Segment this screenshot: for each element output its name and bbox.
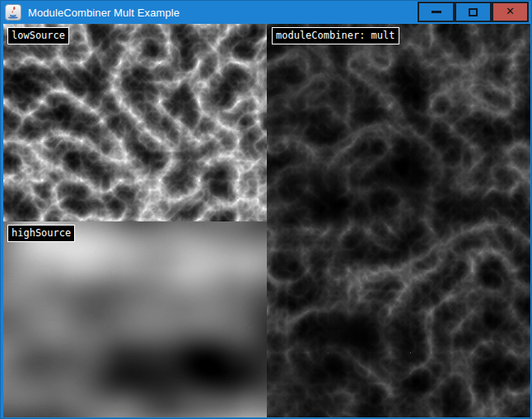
close-icon: ✕ <box>506 6 515 16</box>
lowsource-noise-image <box>3 24 267 221</box>
panel-lowsource: lowSource <box>3 24 267 221</box>
titlebar[interactable]: ModuleCombiner Mult Example ✕ <box>1 1 531 24</box>
mult-noise-image <box>267 24 530 417</box>
highsource-noise-image <box>3 221 267 417</box>
close-button[interactable]: ✕ <box>492 2 529 22</box>
content-area: lowSource highSource moduleCombiner: mul… <box>3 24 530 417</box>
highsource-label: highSource <box>7 225 75 242</box>
modulecombiner-mult-label: moduleCombiner: mult <box>272 27 399 44</box>
panel-highsource: highSource <box>3 221 267 417</box>
maximize-icon <box>469 8 478 16</box>
panel-modulecombiner-mult: moduleCombiner: mult <box>267 24 530 417</box>
lowsource-label: lowSource <box>7 27 69 44</box>
minimize-button[interactable] <box>418 2 455 22</box>
minimize-icon <box>432 11 441 13</box>
window-title: ModuleCombiner Mult Example <box>28 7 180 19</box>
window-controls: ✕ <box>418 2 529 22</box>
maximize-button[interactable] <box>455 2 492 22</box>
java-icon[interactable] <box>5 4 21 21</box>
app-window: ModuleCombiner Mult Example ✕ lowSource <box>0 0 532 419</box>
